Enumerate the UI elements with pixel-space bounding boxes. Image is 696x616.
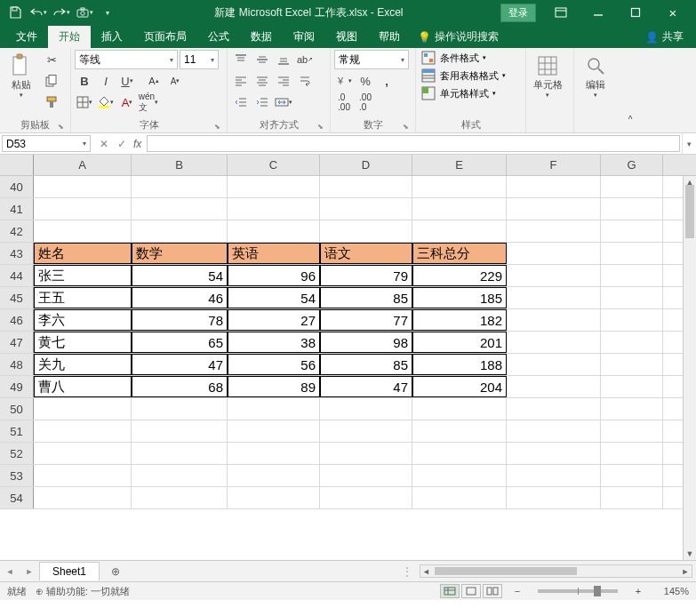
cell[interactable]	[34, 465, 132, 486]
cell[interactable]	[412, 176, 507, 197]
cell[interactable]	[507, 487, 601, 508]
cell[interactable]	[412, 487, 507, 508]
sheet-nav-prev-icon[interactable]: ◄	[2, 564, 18, 580]
cell[interactable]	[34, 487, 132, 508]
cell[interactable]: 黄七	[34, 332, 132, 353]
font-name-combo[interactable]: 等线▾	[75, 50, 178, 69]
row-header[interactable]: 44	[0, 265, 34, 286]
cell[interactable]	[507, 287, 601, 308]
cell[interactable]	[34, 420, 132, 442]
cell[interactable]	[601, 176, 663, 197]
column-header[interactable]: C	[228, 155, 320, 175]
login-button[interactable]: 登录	[500, 4, 536, 22]
fx-icon[interactable]: fx	[133, 138, 141, 150]
cell[interactable]	[34, 398, 132, 420]
number-format-combo[interactable]: 常规▾	[334, 50, 409, 69]
cell[interactable]: 182	[412, 309, 507, 331]
cell[interactable]	[228, 220, 320, 242]
align-middle-icon[interactable]	[252, 50, 272, 69]
cell[interactable]	[228, 465, 320, 486]
cell[interactable]: 79	[320, 265, 412, 286]
share-button[interactable]: 👤共享	[638, 26, 691, 48]
view-normal-icon[interactable]	[440, 584, 460, 598]
cell[interactable]	[412, 220, 507, 242]
cell[interactable]: 85	[320, 287, 412, 308]
cell[interactable]	[228, 176, 320, 197]
cell[interactable]	[601, 354, 663, 375]
row-header[interactable]: 46	[0, 309, 34, 331]
cell[interactable]	[132, 465, 228, 486]
cut-icon[interactable]: ✂	[42, 50, 61, 69]
zoom-level[interactable]: 145%	[653, 586, 689, 596]
name-box[interactable]: D53▾	[2, 135, 91, 152]
cell[interactable]: 77	[320, 309, 412, 331]
enter-formula-icon[interactable]: ✓	[114, 136, 130, 152]
cell[interactable]: 89	[228, 376, 320, 397]
underline-button[interactable]: U▾	[117, 71, 137, 91]
cell[interactable]: 188	[412, 354, 507, 375]
cell[interactable]: 语文	[320, 243, 412, 264]
scroll-down-icon[interactable]: ▼	[684, 548, 696, 560]
row-header[interactable]: 50	[0, 398, 34, 420]
cell[interactable]	[507, 420, 601, 442]
cell[interactable]: 98	[320, 332, 412, 353]
zoom-slider[interactable]	[538, 589, 618, 593]
cell[interactable]: 185	[412, 287, 507, 308]
row-header[interactable]: 40	[0, 176, 34, 197]
tab-help[interactable]: 帮助	[368, 26, 411, 48]
cell[interactable]: 201	[412, 332, 507, 353]
tab-view[interactable]: 视图	[325, 26, 368, 48]
save-icon[interactable]	[5, 3, 25, 22]
accessibility-status[interactable]: ⊕ 辅助功能: 一切就绪	[36, 585, 130, 598]
paste-button[interactable]: 粘贴▾	[4, 50, 39, 102]
font-size-combo[interactable]: 11▾	[180, 50, 219, 69]
cell[interactable]: 96	[228, 265, 320, 286]
add-sheet-button[interactable]: ⊕	[105, 563, 126, 580]
scrollbar-thumb[interactable]	[685, 185, 694, 238]
cell[interactable]	[132, 443, 228, 464]
tell-me-search[interactable]: 💡操作说明搜索	[411, 26, 506, 48]
cell[interactable]	[507, 309, 601, 331]
column-header[interactable]: F	[507, 155, 601, 175]
number-launcher-icon[interactable]: ⬊	[401, 123, 410, 132]
decrease-indent-icon[interactable]	[231, 92, 251, 112]
cell[interactable]	[320, 220, 412, 242]
cell[interactable]	[601, 265, 663, 286]
row-header[interactable]: 45	[0, 287, 34, 308]
cell[interactable]	[228, 420, 320, 442]
cell[interactable]	[412, 443, 507, 464]
cell[interactable]	[320, 420, 412, 442]
redo-icon[interactable]: ▾	[52, 3, 71, 22]
format-painter-icon[interactable]	[42, 92, 61, 112]
row-header[interactable]: 43	[0, 243, 34, 264]
cell[interactable]	[228, 487, 320, 508]
zoom-out-button[interactable]: −	[511, 586, 524, 596]
cell[interactable]	[601, 465, 663, 486]
cell[interactable]	[132, 198, 228, 220]
cell[interactable]	[412, 198, 507, 220]
cell[interactable]	[507, 176, 601, 197]
column-header[interactable]: B	[132, 155, 228, 175]
cell[interactable]: 三科总分	[412, 243, 507, 264]
column-header[interactable]: G	[601, 155, 663, 175]
sheet-nav-next-icon[interactable]: ►	[21, 564, 37, 580]
align-right-icon[interactable]	[274, 71, 293, 91]
column-header[interactable]: E	[412, 155, 507, 175]
cell[interactable]: 姓名	[34, 243, 132, 264]
cell[interactable]	[601, 443, 663, 464]
row-header[interactable]: 42	[0, 220, 34, 242]
vertical-scrollbar[interactable]: ▲ ▼	[683, 176, 696, 560]
cell[interactable]: 英语	[228, 243, 320, 264]
row-header[interactable]: 54	[0, 487, 34, 508]
qat-customize-icon[interactable]: ▾	[98, 3, 117, 22]
tab-review[interactable]: 审阅	[283, 26, 325, 48]
cell[interactable]: 47	[320, 376, 412, 397]
bold-button[interactable]: B	[75, 71, 94, 91]
column-header[interactable]: A	[34, 155, 132, 175]
maximize-icon[interactable]	[618, 3, 653, 22]
horizontal-scrollbar[interactable]: ◄ ►	[420, 564, 692, 578]
cell[interactable]	[601, 376, 663, 397]
tab-file[interactable]: 文件	[5, 26, 48, 48]
tab-home[interactable]: 开始	[48, 26, 91, 48]
sheet-tab-active[interactable]: Sheet1	[39, 562, 100, 580]
